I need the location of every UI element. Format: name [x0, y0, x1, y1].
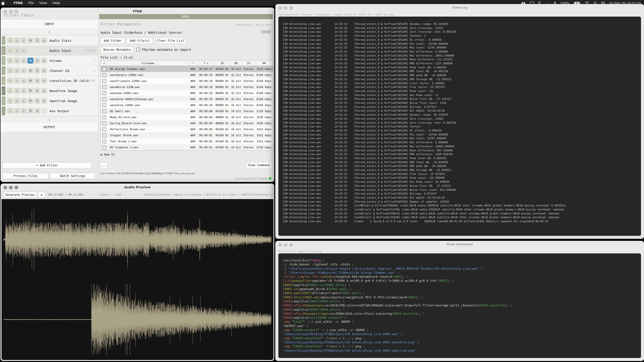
checkbox-cell[interactable]: ✓ [101, 109, 107, 113]
checkbox-cell[interactable]: ✓ [101, 140, 107, 143]
move-up-button[interactable]: ↑ [7, 108, 13, 114]
file-row[interactable]: ✓Mode_02-norm.wavWAV00:00:0448000 Hz16 b… [101, 114, 273, 120]
move-up-button[interactable]: ↑ [7, 98, 13, 104]
file-row[interactable]: ✓waveSine-440Hz110sweep.wavWAV00:00:1096… [101, 96, 273, 102]
solo-button[interactable]: S [34, 78, 40, 84]
filter-row-waveform-image[interactable]: 0003↑↓×MSoWaveform Image [1, 86, 98, 96]
checkbox-cell[interactable]: ✓ [101, 133, 107, 137]
ffprobe-checkbox[interactable]: ✓ [136, 48, 140, 52]
zoom-button[interactable] [15, 10, 18, 13]
column-header-ch[interactable]: CH [242, 61, 255, 66]
file-row[interactable]: ✓BS XLarge Chamber.wavWAV00:00:1744100 H… [101, 66, 273, 72]
checkbox-cell[interactable]: ✓ [101, 121, 107, 125]
file-row[interactable]: ✓BS Swell.wavWAV00:00:0444100 Hz24 bitSt… [101, 108, 273, 114]
file-row[interactable]: ✓waveSine-220Hz.wavWAV00:00:1096000 Hz32… [101, 102, 273, 108]
file-row[interactable]: ✓waveNoise-12dB.wavWAV00:00:1096000 Hz32… [101, 84, 273, 90]
mute-button[interactable]: M [27, 108, 33, 114]
move-up-button[interactable]: ↑ [7, 68, 13, 74]
filter-row-audio-stats[interactable]: 0005↑↓×MSoAudio Stats [1, 36, 98, 45]
menu-ffab[interactable]: FFAB [11, 0, 25, 6]
menu-file[interactable]: File [25, 0, 36, 6]
remove-button[interactable]: × [21, 37, 27, 43]
column-header-sr[interactable]: SR [214, 61, 230, 66]
waveform-display[interactable] [2, 199, 273, 360]
remove-button[interactable]: × [21, 98, 27, 104]
mute-button[interactable]: M [27, 98, 33, 104]
checkbox-cell[interactable]: ✓ [101, 85, 107, 89]
column-header-t[interactable]: T ∨ [198, 61, 214, 66]
zoom-button[interactable] [289, 6, 293, 10]
mute-button[interactable]: M [27, 78, 33, 84]
file-row[interactable]: ✓BS Slapback 1.wavWAV00:00:0244100 Hz24 … [101, 144, 273, 150]
filter-row-channel-eq[interactable]: 0007↑↓×MSoChannel EQ↓ [1, 66, 98, 75]
remove-button[interactable]: × [21, 48, 27, 54]
bypass-button[interactable]: o [41, 88, 47, 94]
file-row[interactable]: ✓Spring_Reverb-norm.wavWAV00:00:0448000 … [101, 120, 273, 126]
add-files-button[interactable]: Add File(s) [127, 38, 153, 44]
filter-row-volume[interactable]: 0008↑↓×MSoVolume↓ [1, 56, 98, 65]
checkbox-cell[interactable]: ✓ [101, 146, 107, 149]
add-filter-button[interactable]: + Add Filter [3, 162, 92, 168]
solo-button[interactable]: S [34, 68, 40, 74]
apple-menu-icon[interactable] [0, 1, 7, 5]
solo-button[interactable]: S [34, 98, 40, 104]
move-up-button[interactable]: ↑ [7, 78, 13, 84]
move-down-button[interactable]: ↓ [14, 37, 20, 43]
checkbox-cell[interactable]: ✓ [101, 127, 107, 131]
remove-button[interactable]: × [21, 68, 27, 74]
move-down-button[interactable]: ↓ [14, 68, 20, 74]
minimize-button[interactable] [9, 10, 13, 13]
column-header-br[interactable]: BR [255, 61, 273, 66]
checkbox-cell[interactable]: ✓ [101, 97, 107, 101]
filter-row-audio-input[interactable]: 0001↑↓×Audio Input→ [1:a] [1, 46, 98, 55]
checkbox-cell[interactable]: ✓ [101, 91, 107, 95]
bypass-button[interactable]: o [41, 68, 47, 74]
process-files-button[interactable]: Process Files [3, 173, 48, 179]
add-folder-button[interactable]: Add Folder [101, 38, 125, 44]
solo-button[interactable]: S [34, 108, 40, 114]
expand-button[interactable]: ↗ [101, 162, 107, 169]
file-row[interactable]: ✓Stepper Break.wavWAV00:00:0244100 Hz16 … [101, 132, 273, 138]
remove-button[interactable]: × [21, 78, 27, 84]
move-down-button[interactable]: ↓ [14, 98, 20, 104]
move-down-button[interactable]: ↓ [14, 48, 20, 54]
move-up-button[interactable]: ↑ [7, 88, 13, 94]
checkbox-cell[interactable]: ✓ [101, 103, 107, 107]
file-row[interactable]: ✓Tear Break 2.wavWAV00:00:0244100 Hz16 b… [101, 138, 273, 144]
move-up-button[interactable]: ↑ [7, 37, 13, 43]
file-checkbox[interactable]: ✓ [102, 73, 106, 77]
checkbox-cell[interactable]: ✓ [101, 79, 107, 83]
file-checkbox[interactable]: ✓ [102, 79, 106, 83]
file-checkbox[interactable]: ✓ [102, 115, 106, 119]
remove-button[interactable]: × [21, 88, 27, 94]
bypass-button[interactable]: o [41, 98, 47, 104]
remove-button[interactable]: × [21, 58, 27, 64]
column-header-bd[interactable]: BD [230, 61, 242, 66]
ayosec-docs-link[interactable]: AyoseC Docs [256, 23, 272, 26]
move-down-button[interactable]: ↓ [14, 88, 20, 94]
mute-button[interactable]: M [27, 58, 33, 64]
menu-help[interactable]: Help [50, 0, 63, 6]
bypass-button[interactable]: o [41, 37, 47, 43]
file-checkbox[interactable]: ✓ [102, 146, 106, 149]
view-command-button[interactable]: View Command [246, 162, 272, 168]
mute-button[interactable]: M [27, 88, 33, 94]
file-checkbox[interactable]: ✓ [102, 85, 106, 89]
remove-button[interactable]: × [21, 108, 27, 114]
minimize-button[interactable] [284, 243, 287, 247]
log-terminal[interactable]: 130 Astonishing Live.wav14:53:33[Parsed_… [278, 17, 641, 236]
file-checkbox[interactable]: ✓ [102, 109, 106, 113]
checkbox-cell[interactable]: ✓ [101, 67, 107, 71]
column-header-[interactable]: * [188, 61, 198, 66]
move-up-button[interactable]: ↑ [7, 58, 13, 64]
bypass-button[interactable]: o [41, 78, 47, 84]
close-button[interactable] [278, 6, 282, 10]
mute-button[interactable]: M [27, 68, 33, 74]
file-row[interactable]: ✓Reflections Break.wavWAV00:00:0344100 H… [101, 126, 273, 132]
column-header-filename[interactable]: Filename [107, 61, 188, 66]
filter-row-convolution-ir-afir[interactable]: 0002↑↓×MSoConvolution IR (afir← [1:a] [1, 76, 98, 85]
file-checkbox[interactable]: ✓ [102, 67, 106, 71]
command-terminal[interactable]: /usr/local/bin/ffmpeg \-y -hide_banner -… [278, 253, 641, 358]
column-header-[interactable]: √ [101, 61, 107, 66]
file-row[interactable]: ✓waveTriangle-220Hz.wavWAV00:00:1096000 … [101, 78, 273, 84]
